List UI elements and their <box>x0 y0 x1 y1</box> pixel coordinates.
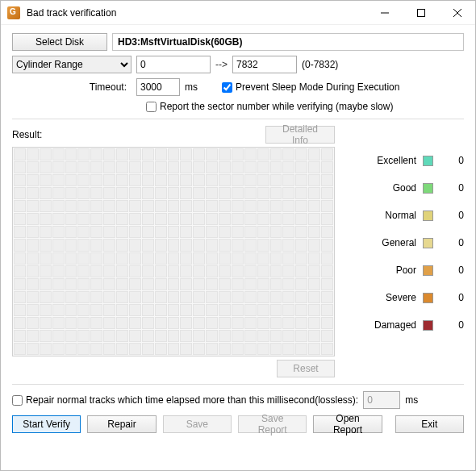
grid-cell <box>219 317 231 329</box>
grid-cell <box>65 330 77 342</box>
timeout-input[interactable] <box>136 78 180 96</box>
grid-cell <box>27 200 39 212</box>
repair-button[interactable]: Repair <box>87 415 156 433</box>
grid-cell <box>77 161 90 173</box>
legend-swatch <box>423 156 433 166</box>
grid-cell <box>27 265 39 277</box>
grid-cell <box>65 239 77 251</box>
grid-cell <box>155 278 167 290</box>
reset-button[interactable]: Reset <box>277 360 335 377</box>
report-sector-checkbox-input[interactable] <box>146 102 157 112</box>
result-label: Result: <box>12 129 42 140</box>
grid-cell <box>206 148 218 160</box>
grid-cell <box>257 343 269 355</box>
grid-cell <box>321 239 333 251</box>
grid-cell <box>142 317 154 329</box>
grid-cell <box>27 148 39 160</box>
grid-cell <box>103 291 115 303</box>
prevent-sleep-checkbox-input[interactable] <box>222 82 232 93</box>
save-button[interactable]: Save <box>163 415 232 433</box>
grid-cell <box>244 148 257 160</box>
grid-cell <box>193 343 205 355</box>
grid-cell <box>14 343 26 355</box>
grid-cell <box>90 317 102 329</box>
open-report-button[interactable]: Open Report <box>313 415 382 433</box>
save-report-button[interactable]: Save Report <box>238 415 307 433</box>
grid-cell <box>270 200 282 212</box>
report-sector-checkbox[interactable]: Report the sector number while verifying… <box>146 101 393 112</box>
grid-cell <box>116 304 128 316</box>
grid-cell <box>206 187 218 199</box>
grid-cell <box>180 265 192 277</box>
grid-cell <box>321 187 333 199</box>
grid-cell <box>270 330 282 342</box>
grid-cell <box>90 343 102 355</box>
legend-value: 0 <box>440 292 464 303</box>
grid-cell <box>155 265 167 277</box>
repair-threshold-checkbox[interactable]: Repair normal tracks which time elapsed … <box>12 394 358 406</box>
grid-cell <box>52 148 65 160</box>
grid-cell <box>168 226 180 238</box>
grid-cell <box>116 239 128 251</box>
range-end-input[interactable] <box>232 56 297 73</box>
grid-cell <box>116 265 128 277</box>
grid-cell <box>219 265 231 277</box>
grid-cell <box>270 265 282 277</box>
legend-row: Severe0 <box>351 292 464 303</box>
minimize-button[interactable] <box>366 1 403 25</box>
grid-cell <box>193 174 205 186</box>
grid-cell <box>180 226 192 238</box>
grid-cell <box>77 265 90 277</box>
grid-cell <box>321 226 333 238</box>
grid-cell <box>90 252 102 265</box>
grid-cell <box>219 226 231 238</box>
grid-cell <box>90 330 102 342</box>
detailed-info-button[interactable]: Detailed Info <box>265 126 335 144</box>
repair-threshold-input[interactable] <box>363 391 400 409</box>
grid-cell <box>90 200 102 212</box>
grid-cell <box>206 317 218 329</box>
start-verify-button[interactable]: Start Verify <box>12 415 81 433</box>
grid-cell <box>116 187 128 199</box>
grid-cell <box>52 226 65 238</box>
grid-cell <box>308 226 320 238</box>
maximize-button[interactable] <box>403 1 439 25</box>
grid-cell <box>219 343 231 355</box>
range-start-input[interactable] <box>136 56 211 73</box>
grid-cell <box>180 252 192 265</box>
select-disk-button[interactable]: Select Disk <box>12 33 107 51</box>
grid-cell <box>295 317 307 329</box>
grid-cell <box>206 265 218 277</box>
grid-cell <box>206 161 218 173</box>
grid-cell <box>129 343 141 355</box>
grid-cell <box>257 239 269 251</box>
prevent-sleep-checkbox[interactable]: Prevent Sleep Mode During Execution <box>222 81 399 93</box>
repair-threshold-checkbox-input[interactable] <box>12 395 23 406</box>
grid-cell <box>116 148 128 160</box>
grid-cell <box>219 174 231 186</box>
grid-cell <box>308 343 320 355</box>
grid-cell <box>295 265 307 277</box>
grid-cell <box>52 265 65 277</box>
grid-cell <box>308 317 320 329</box>
range-mode-select[interactable]: Cylinder Range <box>12 56 132 73</box>
grid-cell <box>270 304 282 316</box>
grid-cell <box>65 265 77 277</box>
grid-cell <box>270 278 282 290</box>
grid-cell <box>308 265 320 277</box>
grid-cell <box>180 291 192 303</box>
grid-cell <box>219 239 231 251</box>
legend-swatch <box>423 293 433 303</box>
grid-cell <box>270 148 282 160</box>
result-legend: Excellent0Good0Normal0General0Poor0Sever… <box>335 147 464 356</box>
grid-cell <box>232 304 244 316</box>
grid-cell <box>90 239 102 251</box>
grid-cell <box>65 343 77 355</box>
legend-value: 0 <box>440 319 464 331</box>
grid-cell <box>244 278 257 290</box>
grid-cell <box>244 187 257 199</box>
grid-cell <box>270 174 282 186</box>
exit-button[interactable]: Exit <box>395 415 464 433</box>
close-button[interactable] <box>439 1 475 25</box>
grid-cell <box>14 330 26 342</box>
